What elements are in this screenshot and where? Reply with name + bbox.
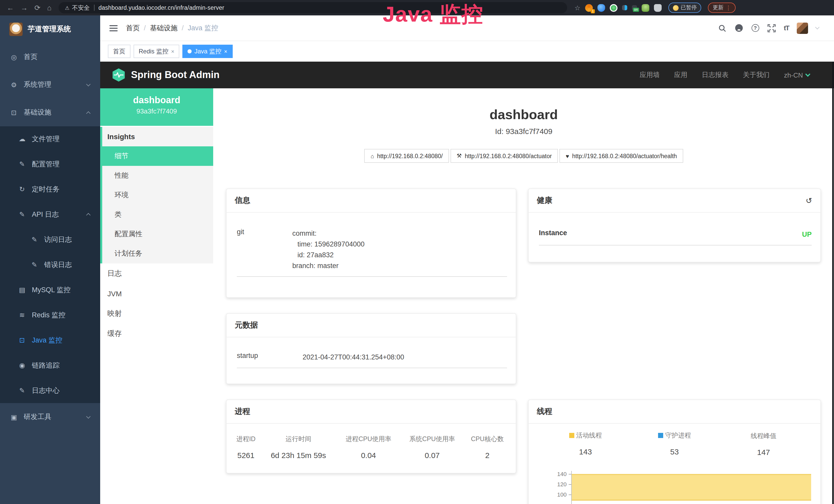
history-icon[interactable]: ↺ bbox=[806, 196, 812, 205]
service-url-link[interactable]: ⌂ http://192.168.0.2:48080/ bbox=[365, 149, 449, 163]
extension-paused-pill[interactable]: 已暂停 bbox=[668, 3, 701, 13]
sba-nav-journal[interactable]: 日志报表 bbox=[702, 70, 728, 79]
sidebar-item-log-center[interactable]: ✎ 日志中心 bbox=[0, 378, 100, 403]
sidebar-item-mysql-monitor[interactable]: ▤ MySQL 监控 bbox=[0, 277, 100, 302]
sidebar-item-redis-monitor[interactable]: ≋ Redis 监控 bbox=[0, 302, 100, 328]
sidebar-item-java-monitor[interactable]: ⊡ Java 监控 bbox=[0, 328, 100, 353]
tag-redis-monitor[interactable]: Redis 监控 × bbox=[134, 45, 179, 58]
breadcrumb-separator: / bbox=[182, 24, 184, 32]
menu-label: 配置管理 bbox=[32, 159, 60, 169]
health-key: Instance bbox=[539, 229, 802, 240]
security-label[interactable]: 不安全 bbox=[72, 4, 90, 12]
font-size-icon[interactable]: tT bbox=[784, 24, 789, 32]
sba-item-config-props[interactable]: 配置属性 bbox=[102, 224, 213, 244]
sidebar-item-system[interactable]: ⚙ 系统管理 bbox=[0, 71, 100, 98]
forward-icon[interactable]: → bbox=[21, 4, 28, 11]
sidebar-item-tracing[interactable]: ◉ 链路追踪 bbox=[0, 353, 100, 378]
close-icon[interactable]: × bbox=[171, 48, 174, 54]
extension-grid-icon[interactable] bbox=[622, 5, 627, 10]
breadcrumb-home[interactable]: 首页 bbox=[126, 23, 140, 32]
chevron-down-icon[interactable] bbox=[815, 25, 820, 29]
instance-title: dashboard bbox=[213, 107, 834, 123]
y-tick: 140 bbox=[550, 471, 567, 477]
sidebar-item-error-log[interactable]: ✎ 错误日志 bbox=[0, 252, 100, 277]
wrench-icon: ⚒ bbox=[457, 153, 462, 159]
threads-legend: 活动线程 143 守护进程 53 线程峰值 147 bbox=[541, 431, 808, 457]
fullscreen-icon[interactable] bbox=[767, 23, 776, 32]
sba-nav-wall[interactable]: 应用墙 bbox=[640, 70, 660, 79]
sba-locale-select[interactable]: zh-CN bbox=[784, 71, 810, 79]
menu-label: 定时任务 bbox=[32, 185, 60, 194]
sidebar-item-dev-tools[interactable]: ▣ 研发工具 bbox=[0, 403, 100, 431]
actuator-url-link[interactable]: ⚒ http://192.168.0.2:48080/actuator bbox=[451, 149, 558, 163]
sba-item-caches[interactable]: 缓存 bbox=[100, 323, 213, 344]
sba-item-details[interactable]: 细节 bbox=[100, 146, 213, 166]
health-url-link[interactable]: ♥ http://192.168.0.2:48080/actuator/heal… bbox=[559, 149, 683, 163]
sidebar-item-infra[interactable]: ⊡ 基础设施 bbox=[0, 98, 100, 126]
user-avatar[interactable] bbox=[797, 22, 808, 33]
sba-insights-header[interactable]: Insights bbox=[102, 127, 213, 146]
extension-on-badge: on bbox=[633, 8, 639, 12]
sba-item-scheduled-tasks[interactable]: 计划任务 bbox=[102, 244, 213, 264]
metadata-key: startup bbox=[237, 352, 303, 363]
help-icon[interactable]: ? bbox=[751, 24, 759, 32]
instance-id-line: Id: 93a3fc7f7409 bbox=[213, 127, 834, 136]
monitor-icon: ⊡ bbox=[9, 109, 19, 116]
extension-orange-icon[interactable]: 1 bbox=[585, 4, 593, 12]
metadata-startup-row: startup 2021-04-27T00:44:31.254+08:00 bbox=[237, 348, 507, 368]
extension-green-circle-icon[interactable] bbox=[610, 4, 617, 12]
sba-item-environment[interactable]: 环境 bbox=[102, 185, 213, 205]
extension-dark-icon[interactable]: on bbox=[632, 5, 637, 10]
address-bar[interactable]: ⚠ 不安全 dashboard.yudao.iocoder.cn/infra/a… bbox=[59, 2, 567, 13]
bookmark-star-icon[interactable]: ☆ bbox=[574, 4, 580, 12]
chevron-down-icon bbox=[805, 72, 810, 77]
legend-swatch-blue bbox=[658, 433, 663, 438]
search-icon[interactable] bbox=[717, 23, 727, 32]
chevron-up-icon bbox=[86, 111, 91, 116]
sba-app-id: 93a3fc7f7409 bbox=[100, 107, 213, 115]
sba-item-jvm[interactable]: JVM bbox=[100, 283, 213, 303]
threads-card-title: 线程 bbox=[529, 400, 820, 423]
home-icon[interactable]: ⌂ bbox=[47, 4, 51, 11]
sba-nav-about[interactable]: 关于我们 bbox=[743, 70, 770, 79]
sidebar-logo[interactable]: 芋道管理系统 bbox=[0, 16, 100, 43]
tag-java-monitor[interactable]: Java 监控 × bbox=[183, 45, 233, 58]
info-key: git bbox=[237, 228, 292, 271]
sidebar-item-file-manage[interactable]: ☁ 文件管理 bbox=[0, 126, 100, 152]
column-header: 运行时间 bbox=[260, 433, 337, 446]
chrome-menu-icon[interactable]: ⋮ bbox=[726, 4, 731, 11]
tag-home[interactable]: 首页 bbox=[108, 45, 130, 58]
sba-brand[interactable]: Spring Boot Admin bbox=[111, 68, 220, 82]
sidebar-item-api-log[interactable]: ✎ API 日志 bbox=[0, 202, 100, 227]
chrome-update-button[interactable]: 更新 ⋮ bbox=[708, 3, 736, 13]
sba-item-logs[interactable]: 日志 bbox=[100, 264, 213, 283]
sba-app-header[interactable]: dashboard 93a3fc7f7409 bbox=[100, 88, 213, 126]
sba-app-name: dashboard bbox=[100, 95, 213, 106]
legend-daemon-threads: 守护进程 53 bbox=[630, 431, 719, 457]
reload-icon[interactable]: ⟳ bbox=[35, 4, 40, 11]
sba-main-content: dashboard Id: 93a3fc7f7409 ⌂ http://192.… bbox=[213, 88, 834, 504]
extension-person-icon[interactable] bbox=[642, 4, 649, 12]
close-icon[interactable]: × bbox=[224, 48, 227, 54]
sidebar-item-home[interactable]: ◎ 首页 bbox=[0, 43, 100, 71]
y-tick: 100 bbox=[550, 491, 567, 498]
sidebar-item-scheduled-jobs[interactable]: ↻ 定时任务 bbox=[0, 177, 100, 202]
sba-item-classes[interactable]: 类 bbox=[102, 205, 213, 224]
sidebar-item-config-manage[interactable]: ✎ 配置管理 bbox=[0, 152, 100, 177]
briefcase-icon: ▣ bbox=[9, 413, 19, 421]
url-text: dashboard.yudao.iocoder.cn/infra/admin-s… bbox=[98, 5, 224, 11]
legend-peak-threads: 线程峰值 147 bbox=[719, 431, 808, 457]
puzzle-extensions-icon[interactable] bbox=[654, 4, 662, 12]
sba-item-metrics[interactable]: 性能 bbox=[102, 166, 213, 185]
github-icon[interactable] bbox=[734, 23, 744, 32]
hamburger-icon[interactable] bbox=[109, 23, 118, 32]
sidebar-item-access-log[interactable]: ✎ 访问日志 bbox=[0, 227, 100, 252]
sba-nav-applications[interactable]: 应用 bbox=[674, 70, 687, 79]
locale-label: zh-CN bbox=[784, 71, 803, 79]
window-edge-scrollbar[interactable] bbox=[832, 62, 834, 504]
back-icon[interactable]: ← bbox=[7, 4, 14, 11]
legend-value: 147 bbox=[719, 448, 808, 457]
breadcrumb-infra[interactable]: 基础设施 bbox=[150, 23, 178, 32]
sba-item-mappings[interactable]: 映射 bbox=[100, 303, 213, 323]
extension-pin-icon[interactable] bbox=[597, 4, 605, 12]
